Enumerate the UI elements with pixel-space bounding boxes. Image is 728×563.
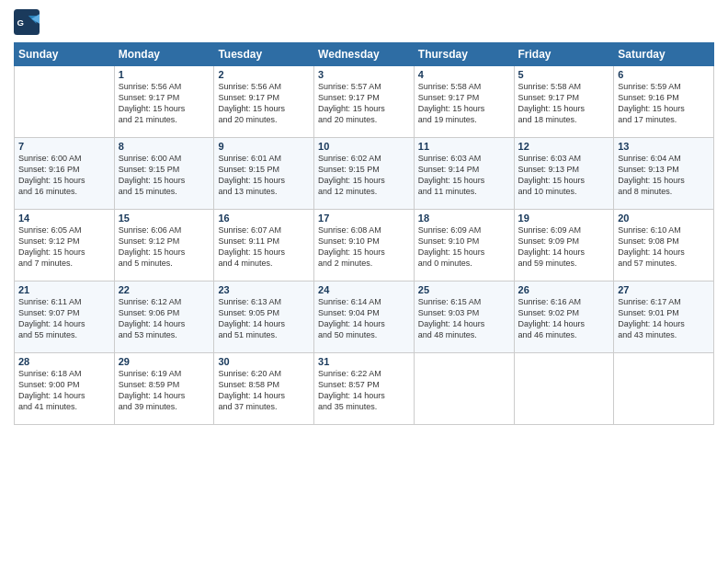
day-cell <box>15 66 115 138</box>
day-cell: 12Sunrise: 6:03 AM Sunset: 9:13 PM Dayli… <box>514 138 614 210</box>
day-number: 21 <box>18 284 110 295</box>
day-number: 8 <box>119 141 210 152</box>
day-cell: 7Sunrise: 6:00 AM Sunset: 9:16 PM Daylig… <box>15 138 115 210</box>
page: G SundayMondayTuesdayWednesdayThursdayFr… <box>0 0 728 434</box>
day-info: Sunrise: 6:05 AM Sunset: 9:12 PM Dayligh… <box>18 224 110 270</box>
day-info: Sunrise: 6:17 AM Sunset: 9:01 PM Dayligh… <box>618 296 710 341</box>
day-info: Sunrise: 5:58 AM Sunset: 9:17 PM Dayligh… <box>418 81 510 126</box>
day-cell: 28Sunrise: 6:18 AM Sunset: 9:00 PM Dayli… <box>15 353 115 425</box>
day-number: 19 <box>518 213 610 224</box>
day-info: Sunrise: 6:16 AM Sunset: 9:02 PM Dayligh… <box>518 296 610 341</box>
day-info: Sunrise: 6:08 AM Sunset: 9:10 PM Dayligh… <box>318 224 410 270</box>
day-cell: 11Sunrise: 6:03 AM Sunset: 9:14 PM Dayli… <box>414 138 514 210</box>
day-info: Sunrise: 6:06 AM Sunset: 9:12 PM Dayligh… <box>119 224 210 270</box>
day-number: 4 <box>418 69 510 80</box>
day-number: 1 <box>119 69 210 80</box>
day-info: Sunrise: 6:10 AM Sunset: 9:08 PM Dayligh… <box>618 224 710 270</box>
day-cell: 19Sunrise: 6:09 AM Sunset: 9:09 PM Dayli… <box>514 210 614 282</box>
day-cell: 23Sunrise: 6:13 AM Sunset: 9:05 PM Dayli… <box>214 282 314 353</box>
day-info: Sunrise: 6:07 AM Sunset: 9:11 PM Dayligh… <box>218 224 310 270</box>
day-number: 24 <box>318 284 410 295</box>
day-number: 14 <box>18 213 110 224</box>
day-number: 26 <box>518 284 610 295</box>
day-info: Sunrise: 5:59 AM Sunset: 9:16 PM Dayligh… <box>618 81 710 126</box>
day-info: Sunrise: 5:56 AM Sunset: 9:17 PM Dayligh… <box>218 81 310 126</box>
day-cell: 22Sunrise: 6:12 AM Sunset: 9:06 PM Dayli… <box>114 282 214 353</box>
day-number: 15 <box>119 213 210 224</box>
day-cell: 16Sunrise: 6:07 AM Sunset: 9:11 PM Dayli… <box>214 210 314 282</box>
day-cell: 4Sunrise: 5:58 AM Sunset: 9:17 PM Daylig… <box>414 66 514 138</box>
day-number: 18 <box>418 213 510 224</box>
day-number: 31 <box>318 356 410 367</box>
day-cell: 25Sunrise: 6:15 AM Sunset: 9:03 PM Dayli… <box>414 282 514 353</box>
day-cell <box>614 353 714 425</box>
day-info: Sunrise: 6:14 AM Sunset: 9:04 PM Dayligh… <box>318 296 410 341</box>
day-cell: 26Sunrise: 6:16 AM Sunset: 9:02 PM Dayli… <box>514 282 614 353</box>
day-cell: 14Sunrise: 6:05 AM Sunset: 9:12 PM Dayli… <box>15 210 115 282</box>
day-cell: 24Sunrise: 6:14 AM Sunset: 9:04 PM Dayli… <box>314 282 415 353</box>
day-cell: 18Sunrise: 6:09 AM Sunset: 9:10 PM Dayli… <box>414 210 514 282</box>
day-cell <box>514 353 614 425</box>
day-number: 22 <box>119 284 210 295</box>
week-row-2: 7Sunrise: 6:00 AM Sunset: 9:16 PM Daylig… <box>15 138 714 210</box>
logo-icon: G <box>14 9 40 35</box>
day-info: Sunrise: 6:01 AM Sunset: 9:15 PM Dayligh… <box>218 153 310 198</box>
day-cell: 17Sunrise: 6:08 AM Sunset: 9:10 PM Dayli… <box>314 210 415 282</box>
day-cell: 27Sunrise: 6:17 AM Sunset: 9:01 PM Dayli… <box>614 282 714 353</box>
week-row-3: 14Sunrise: 6:05 AM Sunset: 9:12 PM Dayli… <box>15 210 714 282</box>
day-info: Sunrise: 6:03 AM Sunset: 9:13 PM Dayligh… <box>518 153 610 198</box>
day-cell: 21Sunrise: 6:11 AM Sunset: 9:07 PM Dayli… <box>15 282 115 353</box>
day-number: 28 <box>18 356 110 367</box>
day-cell: 10Sunrise: 6:02 AM Sunset: 9:15 PM Dayli… <box>314 138 415 210</box>
day-info: Sunrise: 5:58 AM Sunset: 9:17 PM Dayligh… <box>518 81 610 126</box>
svg-text:G: G <box>17 17 24 28</box>
week-row-1: 1Sunrise: 5:56 AM Sunset: 9:17 PM Daylig… <box>15 66 714 138</box>
week-row-4: 21Sunrise: 6:11 AM Sunset: 9:07 PM Dayli… <box>15 282 714 353</box>
day-info: Sunrise: 6:12 AM Sunset: 9:06 PM Dayligh… <box>119 296 210 341</box>
day-info: Sunrise: 6:13 AM Sunset: 9:05 PM Dayligh… <box>218 296 310 341</box>
day-info: Sunrise: 6:19 AM Sunset: 8:59 PM Dayligh… <box>119 368 210 413</box>
day-cell: 8Sunrise: 6:00 AM Sunset: 9:15 PM Daylig… <box>114 138 214 210</box>
week-row-5: 28Sunrise: 6:18 AM Sunset: 9:00 PM Dayli… <box>15 353 714 425</box>
day-info: Sunrise: 6:09 AM Sunset: 9:10 PM Dayligh… <box>418 224 510 270</box>
col-header-sunday: Sunday <box>15 43 115 66</box>
day-cell: 1Sunrise: 5:56 AM Sunset: 9:17 PM Daylig… <box>114 66 214 138</box>
logo: G <box>14 9 43 35</box>
day-number: 5 <box>518 69 610 80</box>
day-info: Sunrise: 6:03 AM Sunset: 9:14 PM Dayligh… <box>418 153 510 198</box>
day-number: 30 <box>218 356 310 367</box>
day-cell: 6Sunrise: 5:59 AM Sunset: 9:16 PM Daylig… <box>614 66 714 138</box>
day-number: 3 <box>318 69 410 80</box>
day-number: 10 <box>318 141 410 152</box>
day-cell: 20Sunrise: 6:10 AM Sunset: 9:08 PM Dayli… <box>614 210 714 282</box>
day-info: Sunrise: 6:22 AM Sunset: 8:57 PM Dayligh… <box>318 368 410 413</box>
day-number: 9 <box>218 141 310 152</box>
day-cell: 5Sunrise: 5:58 AM Sunset: 9:17 PM Daylig… <box>514 66 614 138</box>
day-cell: 9Sunrise: 6:01 AM Sunset: 9:15 PM Daylig… <box>214 138 314 210</box>
col-header-tuesday: Tuesday <box>214 43 314 66</box>
day-info: Sunrise: 6:15 AM Sunset: 9:03 PM Dayligh… <box>418 296 510 341</box>
header: G <box>14 9 714 35</box>
col-header-saturday: Saturday <box>614 43 714 66</box>
day-cell: 31Sunrise: 6:22 AM Sunset: 8:57 PM Dayli… <box>314 353 415 425</box>
col-header-wednesday: Wednesday <box>314 43 415 66</box>
day-cell: 3Sunrise: 5:57 AM Sunset: 9:17 PM Daylig… <box>314 66 415 138</box>
day-info: Sunrise: 5:56 AM Sunset: 9:17 PM Dayligh… <box>119 81 210 126</box>
day-number: 13 <box>618 141 710 152</box>
day-cell: 2Sunrise: 5:56 AM Sunset: 9:17 PM Daylig… <box>214 66 314 138</box>
calendar-table: SundayMondayTuesdayWednesdayThursdayFrid… <box>14 42 714 425</box>
day-number: 6 <box>618 69 710 80</box>
day-number: 20 <box>618 213 710 224</box>
day-number: 2 <box>218 69 310 80</box>
day-cell <box>414 353 514 425</box>
day-cell: 15Sunrise: 6:06 AM Sunset: 9:12 PM Dayli… <box>114 210 214 282</box>
day-number: 23 <box>218 284 310 295</box>
col-header-friday: Friday <box>514 43 614 66</box>
col-header-thursday: Thursday <box>414 43 514 66</box>
day-info: Sunrise: 6:02 AM Sunset: 9:15 PM Dayligh… <box>318 153 410 198</box>
day-info: Sunrise: 6:18 AM Sunset: 9:00 PM Dayligh… <box>18 368 110 413</box>
day-number: 12 <box>518 141 610 152</box>
day-cell: 29Sunrise: 6:19 AM Sunset: 8:59 PM Dayli… <box>114 353 214 425</box>
day-info: Sunrise: 6:11 AM Sunset: 9:07 PM Dayligh… <box>18 296 110 341</box>
day-cell: 30Sunrise: 6:20 AM Sunset: 8:58 PM Dayli… <box>214 353 314 425</box>
